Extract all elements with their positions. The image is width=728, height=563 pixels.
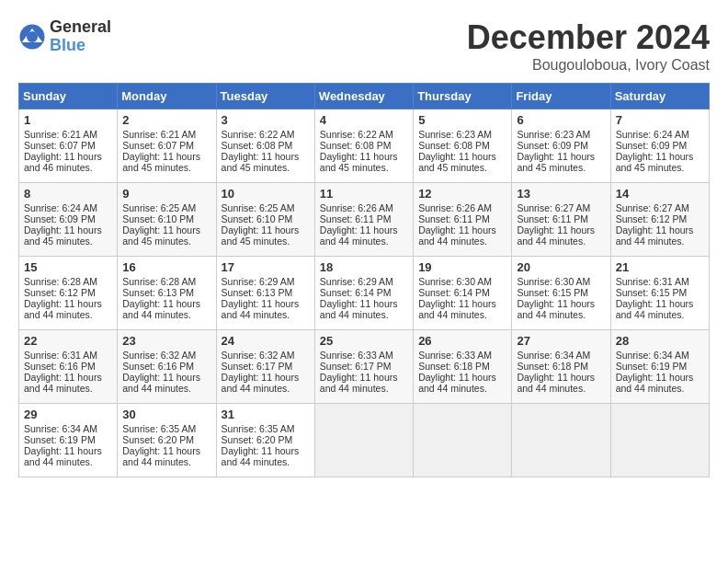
sunrise-text: Sunrise: 6:27 AM	[517, 202, 605, 213]
day-number: 15	[24, 260, 112, 274]
calendar-cell: 4Sunrise: 6:22 AMSunset: 6:08 PMDaylight…	[314, 109, 413, 183]
daylight-text: Daylight: 11 hours and 44 minutes.	[517, 224, 605, 247]
day-header-thursday: Thursday	[414, 84, 512, 109]
sunrise-text: Sunrise: 6:34 AM	[616, 350, 704, 361]
calendar-cell: 31Sunrise: 6:35 AMSunset: 6:20 PMDayligh…	[216, 404, 314, 477]
day-number: 16	[122, 260, 210, 274]
day-number: 11	[320, 187, 408, 201]
calendar-table: SundayMondayTuesdayWednesdayThursdayFrid…	[18, 83, 710, 477]
sunset-text: Sunset: 6:08 PM	[222, 140, 310, 151]
sunset-text: Sunset: 6:07 PM	[122, 140, 210, 151]
daylight-text: Daylight: 11 hours and 44 minutes.	[122, 298, 210, 320]
logo-blue: Blue	[50, 37, 111, 55]
daylight-text: Daylight: 11 hours and 45 minutes.	[320, 151, 408, 173]
day-header-sunday: Sunday	[19, 84, 118, 109]
calendar-cell: 7Sunrise: 6:24 AMSunset: 6:09 PMDaylight…	[610, 109, 709, 183]
sunrise-text: Sunrise: 6:22 AM	[320, 129, 408, 140]
calendar-cell: 11Sunrise: 6:26 AMSunset: 6:11 PMDayligh…	[314, 183, 413, 257]
sunset-text: Sunset: 6:15 PM	[616, 287, 704, 298]
sunrise-text: Sunrise: 6:26 AM	[320, 202, 408, 213]
daylight-text: Daylight: 11 hours and 44 minutes.	[24, 445, 112, 467]
day-header-monday: Monday	[118, 84, 216, 109]
sunrise-text: Sunrise: 6:24 AM	[616, 129, 704, 140]
calendar-week-3: 15Sunrise: 6:28 AMSunset: 6:12 PMDayligh…	[19, 257, 710, 330]
day-number: 14	[616, 187, 704, 201]
daylight-text: Daylight: 11 hours and 44 minutes.	[122, 445, 210, 467]
sunrise-text: Sunrise: 6:27 AM	[616, 202, 704, 213]
calendar-cell	[610, 404, 709, 477]
day-number: 3	[222, 113, 310, 127]
day-number: 21	[616, 260, 704, 274]
sunset-text: Sunset: 6:17 PM	[222, 361, 310, 372]
sunset-text: Sunset: 6:16 PM	[24, 361, 112, 372]
calendar-cell: 15Sunrise: 6:28 AMSunset: 6:12 PMDayligh…	[19, 257, 118, 330]
sunset-text: Sunset: 6:16 PM	[122, 361, 210, 372]
page-header: General Blue December 2024 Bougouloboua,…	[18, 18, 710, 74]
calendar-cell: 10Sunrise: 6:25 AMSunset: 6:10 PMDayligh…	[216, 183, 314, 257]
daylight-text: Daylight: 11 hours and 44 minutes.	[616, 298, 704, 320]
day-number: 17	[222, 260, 310, 274]
sunset-text: Sunset: 6:14 PM	[320, 287, 408, 298]
day-number: 8	[24, 187, 112, 201]
sunrise-text: Sunrise: 6:32 AM	[222, 350, 310, 361]
day-header-saturday: Saturday	[610, 84, 709, 109]
sunset-text: Sunset: 6:19 PM	[24, 434, 112, 445]
sunset-text: Sunset: 6:08 PM	[320, 140, 408, 151]
daylight-text: Daylight: 11 hours and 44 minutes.	[418, 372, 506, 394]
sunrise-text: Sunrise: 6:25 AM	[122, 202, 210, 213]
day-number: 5	[418, 113, 506, 127]
calendar-header-row: SundayMondayTuesdayWednesdayThursdayFrid…	[19, 84, 710, 109]
sunset-text: Sunset: 6:15 PM	[517, 287, 605, 298]
daylight-text: Daylight: 11 hours and 44 minutes.	[616, 224, 704, 247]
sunset-text: Sunset: 6:10 PM	[222, 213, 310, 224]
day-number: 2	[122, 113, 210, 127]
sunset-text: Sunset: 6:20 PM	[122, 434, 210, 445]
logo-icon	[18, 23, 46, 51]
sunset-text: Sunset: 6:12 PM	[24, 287, 112, 298]
day-number: 25	[320, 334, 408, 348]
daylight-text: Daylight: 11 hours and 44 minutes.	[222, 445, 310, 467]
calendar-week-5: 29Sunrise: 6:34 AMSunset: 6:19 PMDayligh…	[19, 404, 710, 477]
day-header-friday: Friday	[512, 84, 610, 109]
daylight-text: Daylight: 11 hours and 45 minutes.	[517, 151, 605, 173]
calendar-cell: 17Sunrise: 6:29 AMSunset: 6:13 PMDayligh…	[216, 257, 314, 330]
calendar-week-1: 1Sunrise: 6:21 AMSunset: 6:07 PMDaylight…	[19, 109, 710, 183]
calendar-cell: 19Sunrise: 6:30 AMSunset: 6:14 PMDayligh…	[414, 257, 512, 330]
calendar-cell: 8Sunrise: 6:24 AMSunset: 6:09 PMDaylight…	[19, 183, 118, 257]
calendar-cell: 5Sunrise: 6:23 AMSunset: 6:08 PMDaylight…	[414, 109, 512, 183]
daylight-text: Daylight: 11 hours and 45 minutes.	[616, 151, 704, 173]
daylight-text: Daylight: 11 hours and 44 minutes.	[320, 224, 408, 247]
calendar-cell: 26Sunrise: 6:33 AMSunset: 6:18 PMDayligh…	[414, 330, 512, 404]
sunrise-text: Sunrise: 6:26 AM	[418, 202, 506, 213]
daylight-text: Daylight: 11 hours and 44 minutes.	[418, 298, 506, 320]
calendar-cell: 3Sunrise: 6:22 AMSunset: 6:08 PMDaylight…	[216, 109, 314, 183]
sunset-text: Sunset: 6:18 PM	[517, 361, 605, 372]
svg-point-2	[27, 31, 38, 42]
day-number: 7	[616, 113, 704, 127]
daylight-text: Daylight: 11 hours and 44 minutes.	[320, 372, 408, 394]
day-number: 20	[517, 260, 605, 274]
day-number: 4	[320, 113, 408, 127]
daylight-text: Daylight: 11 hours and 44 minutes.	[24, 372, 112, 394]
calendar-cell: 1Sunrise: 6:21 AMSunset: 6:07 PMDaylight…	[19, 109, 118, 183]
sunset-text: Sunset: 6:08 PM	[418, 140, 506, 151]
sunrise-text: Sunrise: 6:33 AM	[418, 350, 506, 361]
sunset-text: Sunset: 6:13 PM	[222, 287, 310, 298]
day-number: 18	[320, 260, 408, 274]
sunrise-text: Sunrise: 6:33 AM	[320, 350, 408, 361]
calendar-cell: 25Sunrise: 6:33 AMSunset: 6:17 PMDayligh…	[314, 330, 413, 404]
sunrise-text: Sunrise: 6:21 AM	[24, 129, 112, 140]
sunrise-text: Sunrise: 6:24 AM	[24, 202, 112, 213]
calendar-cell: 24Sunrise: 6:32 AMSunset: 6:17 PMDayligh…	[216, 330, 314, 404]
sunrise-text: Sunrise: 6:35 AM	[222, 423, 310, 434]
sunrise-text: Sunrise: 6:32 AM	[122, 350, 210, 361]
sunrise-text: Sunrise: 6:30 AM	[418, 276, 506, 287]
day-number: 31	[222, 408, 310, 421]
daylight-text: Daylight: 11 hours and 45 minutes.	[122, 224, 210, 247]
daylight-text: Daylight: 11 hours and 46 minutes.	[24, 151, 112, 173]
sunset-text: Sunset: 6:19 PM	[616, 361, 704, 372]
title-block: December 2024 Bougouloboua, Ivory Coast	[467, 18, 710, 74]
month-title: December 2024	[467, 18, 710, 57]
daylight-text: Daylight: 11 hours and 44 minutes.	[320, 298, 408, 320]
daylight-text: Daylight: 11 hours and 44 minutes.	[517, 298, 605, 320]
